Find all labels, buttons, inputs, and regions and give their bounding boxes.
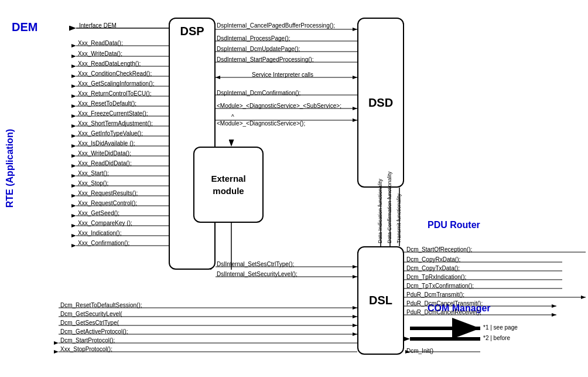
external-module-box: Externalmodule (193, 147, 264, 223)
rte-read-data: Xxx_ReadData(); (78, 40, 123, 46)
pdu-cancel-transmit-label: PduR_DcmCancelTransmit(); (406, 300, 483, 307)
stop-protocol-label: Xxx_StopProtocol(); (60, 346, 112, 352)
dsp-box: DSP (169, 18, 216, 270)
rte-write-did: Xxx_WriteDidData(); (78, 150, 131, 157)
rte-get-seed: Xxx_GetSeed(); (78, 210, 119, 216)
dsp-label: DSP (180, 25, 204, 38)
data-indication-label: Data Indication functionality (377, 191, 383, 243)
transmit-functionality-label: Transmit functionality (396, 191, 402, 243)
start-paged-label: DsdInternal_StartPagedProcessing(); (217, 56, 314, 63)
reset-default-session-label: Dcm_ResetToDefaultSession(); (60, 302, 142, 308)
dem-label: DEM (12, 21, 37, 34)
rte-get-info-type: Xxx_GetInfoTypeValue(); (78, 130, 143, 137)
module-diag-sub-label: <Module>_<DiagnosticService>_<SubService… (217, 103, 341, 109)
rte-label: RTE (Application) (5, 129, 15, 208)
rte-is-did-available: Xxx_IsDidAvailable (); (78, 140, 135, 147)
set-security-label: DslInternal_SetSecurityLevel(); (217, 271, 298, 277)
com-arrow1-label: *1 | see page (483, 324, 518, 331)
dsl-box: DSL (357, 246, 404, 355)
dcm-init-label: Dcm_Init() (406, 348, 433, 354)
start-reception-label: Dcm_StartOfReception(); (406, 246, 472, 253)
get-security-level-label: Dcm_GetSecurityLevel( (60, 311, 122, 317)
module-diag2-label: <Module>_<DiagnosticService>(); (217, 120, 305, 127)
start-protocol-label: Dcm_StartProtocol(); (60, 337, 115, 344)
com-arrow2-label: *2 | before (483, 335, 510, 341)
rte-read-did: Xxx_ReadDidData(); (78, 160, 132, 167)
tp-tx-confirmation-label: Dcm_TpTxConfirmation(); (406, 283, 474, 289)
cancel-paged-label: DspInternal_CancelPagedBufferProcessing(… (217, 22, 335, 29)
data-confirmation-label: Data Confirmation functionality (387, 191, 392, 243)
rte-write-data: Xxx_WriteData(); (78, 50, 122, 57)
rte-get-scaling: Xxx_GetScalingInformation(); (78, 80, 155, 87)
rte-indication: Xxx_Indication(); (78, 230, 121, 236)
copy-rx-data-label: Dcm_CopyRxData(); (406, 256, 460, 263)
process-page-label: DsdInternal_ProcessPage(); (217, 35, 290, 42)
service-interpreter-label: Service Interpreter calls (252, 72, 313, 78)
get-ses-ctrl-label: Dcm_GetSesCtrlType( (60, 320, 119, 326)
pdu-cancel-receive-label: PduR_DcmCancelReceive(); (406, 309, 481, 315)
get-active-protocol-label: Dcm_GetActiveProtocol(); (60, 328, 128, 335)
rte-start: Xxx_Start(); (78, 170, 109, 176)
module-diag-label: ^ (231, 114, 234, 120)
dcm-update-page-label: DspInternal_DcmUpdatePage(); (217, 46, 300, 52)
rte-request-control: Xxx_RequestControl(); (78, 200, 137, 206)
pdu-transmit-label: PduR_DcmTransmit(); (406, 291, 464, 298)
rte-confirmation: Xxx_Confirmation(); (78, 240, 129, 246)
copy-tx-data-label: Dcm_CopyTxData(); (406, 265, 460, 271)
tp-rx-indication-label: Dcm_TpRxIndication(); (406, 274, 466, 280)
set-ses-ctrl-label: DslInternal_SetSesCtrlType(); (217, 261, 294, 267)
rte-read-data-len: Xxx_ReadDataLength(); (78, 60, 141, 67)
external-module-label: Externalmodule (211, 172, 245, 197)
dem-interface-label: Interface DEM (79, 22, 117, 29)
rte-compare-key: Xxx_CompareKey (); (78, 220, 132, 226)
rte-request-results: Xxx_RequestResults(); (78, 190, 138, 196)
rte-freeze-state: Xxx_FreezeCurrentState(); (78, 110, 148, 117)
dsd-label: DSD (368, 96, 393, 110)
dsd-box: DSD (357, 18, 404, 188)
rte-reset-default: Xxx_ResetToDefault(); (78, 100, 136, 107)
pdu-router-label: PDU Router (428, 220, 480, 230)
dsl-label: DSL (369, 294, 392, 307)
dcm-confirmation-label: DspInternal_DcmConfirmation(); (217, 90, 300, 96)
rte-stop: Xxx_Stop(); (78, 180, 108, 186)
rte-return-control: Xxx_ReturnControlToECU(); (78, 90, 152, 97)
rte-condition-check: Xxx_ConditionCheckRead(); (78, 70, 152, 77)
diagram-container: DSP DSD DSL Externalmodule DEM RTE (Appl… (0, 0, 588, 377)
rte-short-term: Xxx_ShortTermAdjustment(); (78, 120, 153, 127)
